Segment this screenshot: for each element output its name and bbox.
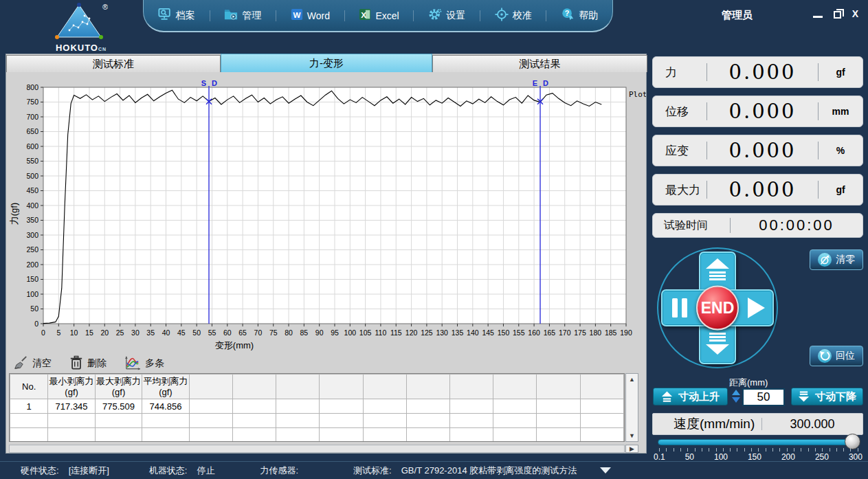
menu-word-icon: W (291, 8, 303, 23)
move-up-button[interactable] (705, 258, 730, 285)
restore-icon[interactable] (834, 11, 841, 19)
svg-text:75: 75 (269, 328, 278, 337)
slider-tick-label: 300 (849, 452, 863, 462)
speed-slider-knob[interactable] (845, 434, 860, 449)
speed-slider-ticks (659, 448, 858, 452)
menu-item-label: Word (307, 10, 330, 21)
close-icon[interactable]: X (852, 8, 858, 19)
main-menu: 档案管理WWordXExcel设置校准?帮助 (143, 0, 613, 32)
chart-canvas[interactable]: 0510152025303540455055606570758085909510… (8, 76, 646, 353)
table-horizontal-scrollbar[interactable] (9, 445, 625, 453)
jog-down-button[interactable]: 寸动下降 (791, 388, 863, 405)
tab-bar: 测试标准力-变形测试结果 (6, 54, 647, 72)
menu-settings-icon (428, 8, 442, 23)
toolbar-delete-button[interactable]: 删除 (69, 355, 107, 372)
menu-item-archive[interactable]: 档案 (158, 8, 195, 23)
end-button[interactable]: END (696, 285, 739, 330)
svg-text:力(gf): 力(gf) (9, 203, 19, 225)
tab-label: 测试结果 (520, 58, 561, 71)
table-cell (493, 399, 537, 414)
speed-slider-track[interactable] (658, 439, 858, 445)
readout-value: 0.000 (707, 60, 818, 84)
table-row[interactable]: 1717.345775.509744.856 (10, 399, 624, 414)
menu-item-label: 管理 (242, 10, 261, 22)
svg-text:110: 110 (375, 328, 387, 337)
table-vertical-scrollbar[interactable]: ▲ ▼ (625, 373, 638, 442)
status-test-standard: 测试标准:GB/T 2792-2014 胶粘带剥离强度的测试方法 (353, 465, 577, 477)
menu-separator (344, 10, 345, 21)
menu-calibrate-icon (495, 8, 509, 23)
toolbar-multi-button[interactable]: 多条 (124, 355, 164, 372)
svg-text:20: 20 (100, 328, 109, 337)
table-cell (48, 414, 95, 428)
table-cell (320, 399, 363, 414)
svg-text:400: 400 (26, 201, 38, 210)
svg-text:100: 100 (26, 290, 38, 298)
slider-tick-label: 50 (685, 452, 694, 462)
svg-text:55: 55 (208, 328, 216, 337)
menu-item-help[interactable]: ?帮助 (561, 8, 598, 23)
table-cell (363, 414, 406, 428)
menu-item-label: 档案 (176, 10, 195, 22)
menu-separator (276, 10, 276, 21)
menu-item-excel[interactable]: XExcel (359, 8, 399, 23)
svg-text:65: 65 (238, 328, 247, 337)
menu-item-settings[interactable]: 设置 (428, 8, 465, 23)
table-cell (449, 399, 493, 414)
table-cell (10, 428, 48, 443)
menu-item-manage[interactable]: 管理 (224, 8, 261, 23)
readout-value: 0.000 (707, 139, 818, 162)
readout-value: 0.000 (707, 178, 818, 201)
svg-text:40: 40 (162, 328, 170, 337)
zero-button[interactable]: 清零 (810, 249, 863, 270)
speed-value: 300.000 (762, 417, 863, 432)
home-button[interactable]: 回位 (810, 346, 863, 366)
status-value: 停止 (197, 465, 214, 477)
tab-test-standard[interactable]: 测试标准 (6, 55, 221, 72)
table-cell (276, 414, 320, 428)
brand-logo: ® HOKUTOCN (43, 1, 120, 51)
distance-input[interactable]: 50 (742, 388, 785, 406)
jog-up-button[interactable]: 寸动上升 (653, 388, 728, 405)
play-button[interactable] (746, 298, 766, 321)
svg-text:?: ? (565, 9, 570, 17)
status-label: 机器状态: (149, 465, 188, 477)
table-header-cell (537, 375, 580, 399)
scroll-down-icon[interactable]: ▼ (626, 430, 638, 441)
table-header-cell: No. (10, 375, 48, 399)
readout-card-max-force: 最大力0.000gf (652, 174, 863, 205)
status-label: 测试标准: (353, 465, 392, 477)
table-cell (406, 414, 449, 428)
stepper-down-icon[interactable] (732, 397, 740, 403)
tab-force-deformation[interactable]: 力-变形 (221, 54, 432, 72)
current-user-label: 管理员 (722, 9, 753, 22)
svg-text:750: 750 (26, 98, 38, 106)
menu-excel-icon: X (359, 8, 371, 23)
table-row[interactable] (10, 414, 624, 428)
toolbar-clear-button[interactable]: 清空 (13, 355, 52, 372)
menu-item-label: 设置 (446, 10, 465, 22)
svg-text:0: 0 (34, 320, 38, 328)
toolbar-delete-icon (69, 355, 83, 372)
table-cell (10, 414, 48, 428)
stepper-up-icon[interactable] (732, 390, 740, 395)
move-down-button[interactable] (705, 331, 730, 357)
svg-text:10: 10 (70, 328, 78, 337)
distance-stepper[interactable] (732, 390, 740, 403)
scroll-right-icon[interactable]: ▶ (625, 445, 638, 453)
minimize-icon[interactable] (813, 16, 823, 18)
standard-dropdown-arrow[interactable] (600, 467, 611, 474)
svg-text:90: 90 (315, 328, 324, 337)
svg-text:250: 250 (26, 245, 38, 254)
table-row[interactable] (10, 428, 624, 443)
table-cell (363, 399, 406, 414)
menu-item-word[interactable]: WWord (291, 8, 330, 23)
menu-item-calibrate[interactable]: 校准 (495, 8, 532, 23)
table-cell (537, 414, 580, 428)
svg-text:550: 550 (26, 157, 38, 165)
scroll-up-icon[interactable]: ▲ (626, 374, 638, 385)
readout-label: 位移 (653, 104, 706, 120)
pause-button[interactable] (671, 298, 689, 320)
tab-test-results[interactable]: 测试结果 (432, 55, 647, 72)
svg-text:350: 350 (26, 216, 38, 224)
